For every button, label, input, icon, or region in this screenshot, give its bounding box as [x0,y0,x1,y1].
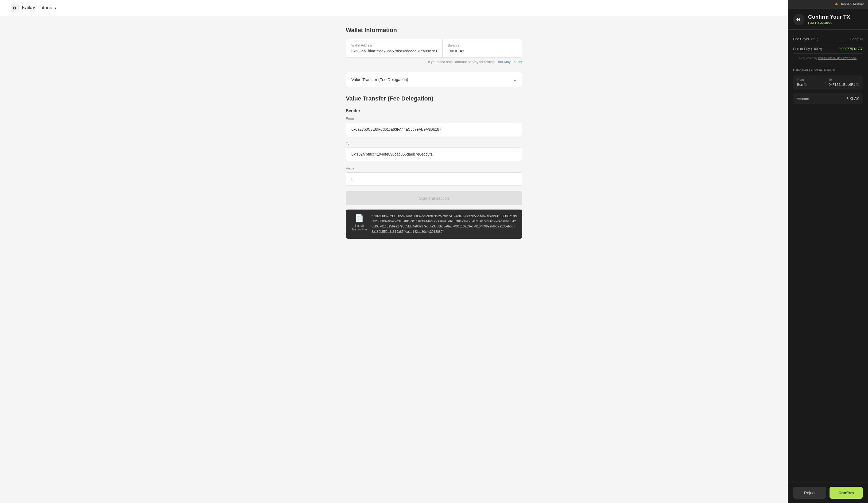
signed-tx-text: "0x09f88f8202f08505d21dba00832dc6c094f15… [371,214,517,234]
from-col: From Ben ⧉ [797,78,821,87]
modal-header: Confirm Your TX Fee Delegation [788,9,868,30]
testnet-dot [835,3,838,6]
signed-tx-icon-area: 📄 SignedTransaction [351,214,367,232]
fee-to-pay-row: Fee to Pay (100%) 0.000775 KLAY [793,44,862,54]
wallet-balance-value: 100 KLAY [448,49,517,53]
from-field-group: From 0x0a27b3C3E8fF6d01ca63FA44aC8c7eAB9… [346,116,522,136]
to-col: To 0xF152...Edc6F1 ⧉ [829,78,859,87]
from-copy-icon[interactable]: ⧉ [804,82,807,87]
wallet-address-field: Wallet Address 0x6884a1bfaa25ed23b4578ea… [346,39,443,58]
wallet-info-grid: Wallet Address 0x6884a1bfaa25ed23b4578ea… [346,39,522,58]
form-section-title: Value Transfer (Fee Delegation) [346,95,522,102]
from-input: 0x0a27b3C3E8fF6d01ca63FA44aC8c7eAB9A3Db1… [346,123,522,136]
signed-tx-label: SignedTransaction [351,224,366,232]
value-field-group: Value 8 [346,166,522,186]
fee-payer-key: Fee Payer (You) [793,37,818,41]
to-input: 0xf152f7bf8cc4194dfe890cab856daeb7e8edc6… [346,147,522,161]
requested-by-link[interactable]: kaikas-tutorial.dev.klaytn.com [818,57,857,60]
to-label: To [346,141,522,145]
to-col-value: 0xF152...Edc6F1 ⧉ [829,82,859,87]
modal-title-area: Confirm Your TX Fee Delegation [808,14,862,25]
amount-label: Amount [797,97,809,101]
document-icon: 📄 [355,214,364,223]
faucet-hint: If you need small amount of Klay for tes… [346,60,522,64]
to-col-label: To [829,78,859,81]
modal-footer: Reject Confirm [788,482,868,503]
faucet-link[interactable]: Run Klay Faucet [497,60,522,64]
header: Kaikas Tutorials Baobab Network [0,0,868,16]
sender-section-title: Sender [346,109,522,113]
modal-testnet-bar: Baobab Testnet [788,0,868,9]
kaikas-k-icon [795,16,803,23]
value-label: Value [346,166,522,170]
from-col-label: From [797,78,821,81]
value-input: 8 [346,172,522,186]
fee-to-pay-value: 0.000775 KLAY [839,47,862,51]
reject-button[interactable]: Reject [793,487,826,499]
fee-payer-you-tag: (You) [812,38,818,41]
kaikas-modal-logo [793,14,804,25]
to-field-group: To 0xf152f7bf8cc4194dfe890cab856daeb7e8e… [346,141,522,161]
chevron-down-icon: ⌄ [513,77,517,82]
logo: Kaikas Tutorials [11,4,56,12]
fee-to-pay-key: Fee to Pay (100%) [793,47,822,51]
from-label: From [346,116,522,121]
testnet-label: Baobab Testnet [840,2,864,6]
confirm-button[interactable]: Confirm [829,487,862,499]
modal-body: Fee Payer (You) Bong ⧉ Fee to Pay (100%)… [788,30,868,482]
fee-payer-value: Bong ⧉ [850,37,862,41]
wallet-info-title: Wallet Information [346,27,522,34]
amount-value: 8 KLAY [847,96,859,101]
delegated-title: Delegated TX (Value Transfer) [793,69,862,72]
fee-payer-row: Fee Payer (You) Bong ⧉ [793,34,862,44]
fee-payer-copy-icon[interactable]: ⧉ [860,37,862,41]
wallet-balance-label: Balance [448,43,517,47]
modal-title: Confirm Your TX [808,14,862,20]
kaikas-logo-icon [11,4,19,12]
logo-text: Kaikas Tutorials [22,5,56,11]
to-copy-icon[interactable]: ⧉ [856,82,859,87]
from-to-row: From Ben ⧉ → To 0xF152...Edc6F1 ⧉ [793,75,862,90]
delegated-section: Delegated TX (Value Transfer) From Ben ⧉… [793,69,862,104]
amount-row: Amount 8 KLAY [793,93,862,104]
sign-transaction-button[interactable]: Sign Transaction [346,191,522,205]
from-col-value: Ben ⧉ [797,82,821,87]
wallet-address-label: Wallet Address [351,43,437,47]
requested-by: Requested by kaikas-tutorial.dev.klaytn.… [793,54,862,64]
dropdown-label: Value Transfer (Fee Delegation) [351,77,408,82]
kaikas-modal: Baobab Testnet Confirm Your TX Fee Deleg… [788,0,868,503]
wallet-balance-field: Balance 100 KLAY [443,39,522,58]
main-content: Wallet Information Wallet Address 0x6884… [340,16,528,249]
signed-transaction-box: 📄 SignedTransaction "0x09f88f8202f08505d… [346,209,522,239]
wallet-address-value: 0x6884a1bfaa25ed23b4578ea1cdaaee81ea09c7… [351,49,437,53]
arrow-right-icon: → [823,81,827,85]
dropdown-section[interactable]: Value Transfer (Fee Delegation) ⌄ [346,72,522,87]
modal-subtitle: Fee Delegation [808,21,862,25]
